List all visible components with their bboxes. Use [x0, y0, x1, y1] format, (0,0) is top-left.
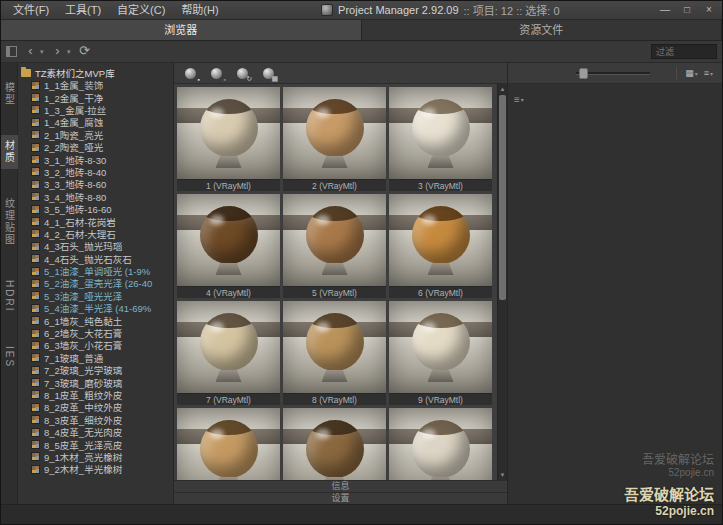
- category-tab[interactable]: IES: [3, 341, 16, 373]
- material-thumbnail[interactable]: 2 (VRayMtl): [283, 87, 386, 191]
- filter-input[interactable]: [651, 44, 717, 59]
- menu-item[interactable]: 自定义(C): [109, 1, 173, 19]
- tree-item[interactable]: 4_1_石材-花岗岩: [21, 215, 173, 227]
- back-dropdown-icon[interactable]: ▾: [40, 48, 48, 56]
- asset-menu-button[interactable]: ≡ ▾: [514, 94, 524, 105]
- tree-item-label: 6_3墙灰_小花石膏: [44, 339, 122, 351]
- view-thumbnails-button[interactable]: ▦ ▾: [682, 68, 701, 78]
- sidebar-toggle-icon[interactable]: [6, 46, 17, 57]
- refresh-button[interactable]: ⟳: [77, 43, 92, 60]
- tree-item[interactable]: 4_4石头_抛光石灰石: [21, 252, 173, 264]
- tree-item[interactable]: 3_2_地砖-8-40: [21, 166, 173, 178]
- scrollbar-thumb[interactable]: [499, 95, 506, 300]
- material-preview-image: [177, 87, 280, 179]
- material-category-icon: [31, 279, 40, 288]
- tree-item[interactable]: 4_3石头_抛光玛瑙: [21, 240, 173, 252]
- material-thumbnail[interactable]: 9 (VRayMtl): [389, 301, 492, 405]
- tree-item[interactable]: 4_2_石材-大理石: [21, 228, 173, 240]
- slider-handle[interactable]: [579, 68, 588, 79]
- tree-item[interactable]: 5_4油漆_半光泽 (41-69%: [21, 302, 173, 314]
- preview-tool-button[interactable]: ↻: [231, 65, 253, 82]
- tree-item[interactable]: 8_5皮革_光泽亮皮: [21, 438, 173, 450]
- tree-item[interactable]: 3_3_地砖-8-60: [21, 178, 173, 190]
- tree-item[interactable]: 7_3玻璃_磨砂玻璃: [21, 376, 173, 388]
- material-thumbnail[interactable]: [283, 408, 386, 480]
- info-panel-header[interactable]: 信息: [174, 480, 507, 492]
- tree-item[interactable]: 3_1_地砖-8-30: [21, 153, 173, 165]
- maximize-button[interactable]: □: [676, 1, 698, 19]
- thumbnail-label: 5 (VRayMtl): [283, 286, 386, 298]
- main-tab[interactable]: 浏览器: [1, 20, 362, 40]
- preview-vignette: [177, 87, 280, 179]
- category-tab[interactable]: HDRI: [3, 275, 16, 317]
- tree-item[interactable]: 9_2木材_半光橡树: [21, 463, 173, 475]
- navigation-bar: ‹ ▾ › ▾ ⟳: [1, 41, 722, 63]
- tree-item[interactable]: 2_1陶瓷_亮光: [21, 129, 173, 141]
- material-thumbnail[interactable]: 5 (VRayMtl): [283, 194, 386, 298]
- material-preview-image: [389, 87, 492, 179]
- material-thumbnail[interactable]: 4 (VRayMtl): [177, 194, 280, 298]
- tree-item[interactable]: 1_3_金属-拉丝: [21, 104, 173, 116]
- main-tab[interactable]: 资源文件: [362, 20, 723, 40]
- thumbnail-scrollbar[interactable]: ▲ ▼: [497, 84, 507, 480]
- material-category-icon: [31, 267, 40, 276]
- thumbnail-size-slider[interactable]: [576, 72, 650, 75]
- tree-item[interactable]: 6_3墙灰_小花石膏: [21, 339, 173, 351]
- menu-item[interactable]: 工具(T): [57, 1, 109, 19]
- menu-item[interactable]: 文件(F): [5, 1, 57, 19]
- category-tab[interactable]: 材质: [1, 135, 18, 169]
- material-thumbnail[interactable]: 1 (VRayMtl): [177, 87, 280, 191]
- tree-item[interactable]: 8_3皮革_细纹外皮: [21, 414, 173, 426]
- scroll-down-icon[interactable]: ▼: [498, 470, 507, 480]
- preview-tool-button[interactable]: ▫: [205, 65, 227, 82]
- minimize-button[interactable]: —: [654, 1, 676, 19]
- tree-item[interactable]: 3_5_地砖-16-60: [21, 203, 173, 215]
- material-thumbnail[interactable]: [389, 408, 492, 480]
- category-tab[interactable]: 纹理贴图: [1, 193, 18, 251]
- tree-root-folder[interactable]: TZ素材们之MVP库: [21, 66, 173, 79]
- forward-button[interactable]: ›: [50, 43, 65, 60]
- tree-item[interactable]: 8_4皮革_无光肉皮: [21, 426, 173, 438]
- scroll-up-icon[interactable]: ▲: [498, 84, 507, 94]
- material-thumbnail[interactable]: 7 (VRayMtl): [177, 301, 280, 405]
- preview-tool-button[interactable]: ▪: [179, 65, 201, 82]
- tree-item[interactable]: 1_2金属_干净: [21, 91, 173, 103]
- tree-item[interactable]: 5_2油漆_蛋壳光泽 (26-40: [21, 277, 173, 289]
- material-thumbnail[interactable]: 6 (VRayMtl): [389, 194, 492, 298]
- material-category-icon: [31, 217, 40, 226]
- tree-item[interactable]: 2_2陶瓷_哑光: [21, 141, 173, 153]
- tree-item[interactable]: 5_3油漆_哑光光泽: [21, 290, 173, 302]
- tree-item[interactable]: 3_4_地砖-8-80: [21, 191, 173, 203]
- tree-item[interactable]: 1_4金属_腐蚀: [21, 116, 173, 128]
- material-category-icon: [31, 81, 40, 90]
- tree-item[interactable]: 8_2皮革_中纹外皮: [21, 401, 173, 413]
- menu-item[interactable]: 帮助(H): [173, 1, 226, 19]
- tree-item[interactable]: 6_2墙灰_大花石膏: [21, 327, 173, 339]
- preview-vignette: [389, 301, 492, 393]
- tree-item-label: 8_5皮革_光泽亮皮: [44, 438, 122, 450]
- material-thumbnail[interactable]: [177, 408, 280, 480]
- material-thumbnail[interactable]: 3 (VRayMtl): [389, 87, 492, 191]
- thumbnail-label: 3 (VRayMtl): [389, 179, 492, 191]
- forward-dropdown-icon[interactable]: ▾: [67, 48, 75, 56]
- close-button[interactable]: ×: [698, 1, 720, 19]
- tree-item[interactable]: 6_1墙灰_纯色黏土: [21, 314, 173, 326]
- tree-item[interactable]: 7_1玻璃_普通: [21, 352, 173, 364]
- tree-item[interactable]: 1_1金属_装饰: [21, 79, 173, 91]
- project-manager-window: 文件(F) 工具(T) 自定义(C) 帮助(H) Project Manager…: [0, 0, 723, 525]
- settings-panel-header[interactable]: 设置: [174, 492, 507, 504]
- material-category-icon: [31, 155, 40, 164]
- category-tab[interactable]: 模型: [1, 77, 18, 111]
- material-category-icon: [31, 390, 40, 399]
- preview-vignette: [283, 194, 386, 286]
- back-button[interactable]: ‹: [23, 43, 38, 60]
- tree-item[interactable]: 7_2玻璃_光学玻璃: [21, 364, 173, 376]
- preview-tool-button[interactable]: ▦: [257, 65, 279, 82]
- tree-item-label: 3_5_地砖-16-60: [44, 203, 112, 215]
- tree-item[interactable]: 9_1木材_亮光橡树: [21, 451, 173, 463]
- tree-item[interactable]: 8_1皮革_粗纹外皮: [21, 389, 173, 401]
- tree-item[interactable]: 5_1油漆_单调哑光 (1-9%: [21, 265, 173, 277]
- material-thumbnail[interactable]: 8 (VRayMtl): [283, 301, 386, 405]
- view-list-button[interactable]: ≡ ▾: [701, 68, 716, 78]
- material-preview-image: [177, 194, 280, 286]
